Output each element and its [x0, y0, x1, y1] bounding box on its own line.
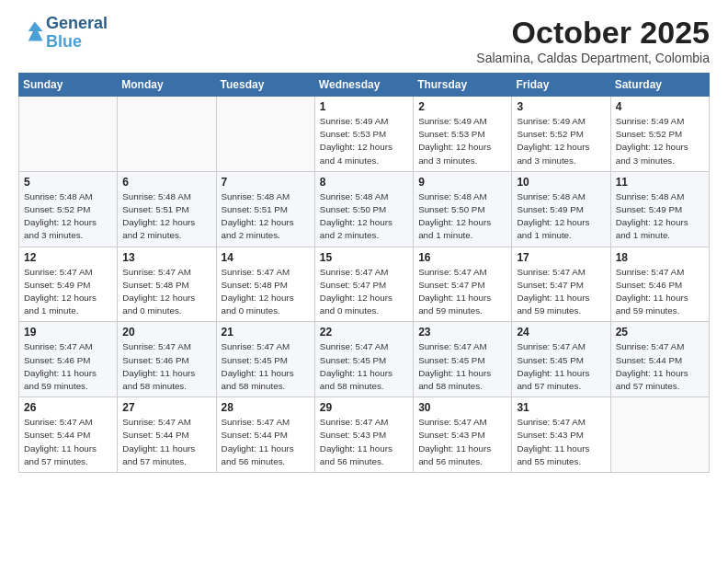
day-cell: [19, 97, 118, 172]
day-info: Sunrise: 5:47 AMSunset: 5:45 PMDaylight:…: [517, 340, 605, 393]
day-cell: 4Sunrise: 5:49 AMSunset: 5:52 PMDaylight…: [610, 97, 709, 172]
day-number: 30: [418, 401, 506, 414]
title-block: October 2025 Salamina, Caldas Department…: [476, 15, 710, 65]
day-cell: [216, 97, 314, 172]
logo-general: General: [46, 15, 108, 33]
weekday-row: Sunday Monday Tuesday Wednesday Thursday…: [19, 74, 710, 97]
day-number: 21: [222, 326, 310, 339]
day-info: Sunrise: 5:47 AMSunset: 5:48 PMDaylight:…: [122, 266, 210, 318]
day-info: Sunrise: 5:47 AMSunset: 5:46 PMDaylight:…: [122, 340, 210, 393]
day-number: 17: [517, 251, 605, 264]
day-number: 4: [616, 100, 704, 113]
day-cell: 3Sunrise: 5:49 AMSunset: 5:52 PMDaylight…: [512, 97, 610, 172]
day-number: 7: [222, 176, 310, 189]
day-number: 1: [320, 100, 408, 113]
day-number: 24: [517, 326, 605, 339]
day-info: Sunrise: 5:47 AMSunset: 5:47 PMDaylight:…: [517, 266, 605, 318]
col-tuesday: Tuesday: [216, 74, 314, 97]
day-number: 6: [122, 176, 210, 189]
day-cell: 7Sunrise: 5:48 AMSunset: 5:51 PMDaylight…: [216, 171, 314, 247]
day-number: 9: [418, 176, 506, 189]
col-thursday: Thursday: [414, 74, 512, 97]
svg-marker-0: [28, 21, 43, 40]
day-cell: 11Sunrise: 5:48 AMSunset: 5:49 PMDayligh…: [610, 171, 709, 247]
day-info: Sunrise: 5:48 AMSunset: 5:50 PMDaylight:…: [418, 190, 506, 243]
day-info: Sunrise: 5:47 AMSunset: 5:45 PMDaylight:…: [418, 340, 506, 393]
day-cell: 14Sunrise: 5:47 AMSunset: 5:48 PMDayligh…: [216, 247, 314, 322]
day-cell: 30Sunrise: 5:47 AMSunset: 5:43 PMDayligh…: [414, 397, 512, 473]
col-wednesday: Wednesday: [314, 74, 413, 97]
day-number: 10: [517, 176, 605, 189]
day-cell: 24Sunrise: 5:47 AMSunset: 5:45 PMDayligh…: [512, 322, 610, 397]
day-cell: 12Sunrise: 5:47 AMSunset: 5:49 PMDayligh…: [19, 247, 118, 322]
day-info: Sunrise: 5:47 AMSunset: 5:48 PMDaylight:…: [222, 266, 310, 318]
day-number: 12: [24, 251, 112, 264]
day-info: Sunrise: 5:47 AMSunset: 5:46 PMDaylight:…: [24, 340, 112, 393]
day-number: 19: [24, 326, 112, 339]
day-cell: 20Sunrise: 5:47 AMSunset: 5:46 PMDayligh…: [118, 322, 216, 397]
calendar: Sunday Monday Tuesday Wednesday Thursday…: [18, 73, 710, 473]
day-cell: 6Sunrise: 5:48 AMSunset: 5:51 PMDaylight…: [118, 171, 216, 247]
day-cell: 1Sunrise: 5:49 AMSunset: 5:53 PMDaylight…: [314, 97, 413, 172]
day-cell: 2Sunrise: 5:49 AMSunset: 5:53 PMDaylight…: [414, 97, 512, 172]
day-number: 18: [616, 251, 704, 264]
day-cell: 26Sunrise: 5:47 AMSunset: 5:44 PMDayligh…: [19, 397, 118, 473]
day-cell: 31Sunrise: 5:47 AMSunset: 5:43 PMDayligh…: [512, 397, 610, 473]
day-number: 27: [122, 401, 210, 414]
day-info: Sunrise: 5:49 AMSunset: 5:52 PMDaylight:…: [616, 115, 704, 167]
day-number: 14: [222, 251, 310, 264]
calendar-body: 1Sunrise: 5:49 AMSunset: 5:53 PMDaylight…: [19, 97, 710, 473]
day-cell: 10Sunrise: 5:48 AMSunset: 5:49 PMDayligh…: [512, 171, 610, 247]
calendar-header: Sunday Monday Tuesday Wednesday Thursday…: [19, 74, 710, 97]
day-cell: 28Sunrise: 5:47 AMSunset: 5:44 PMDayligh…: [216, 397, 314, 473]
day-number: 16: [418, 251, 506, 264]
month-title: October 2025: [476, 15, 710, 51]
day-cell: 22Sunrise: 5:47 AMSunset: 5:45 PMDayligh…: [314, 322, 413, 397]
day-number: 28: [222, 401, 310, 414]
day-info: Sunrise: 5:47 AMSunset: 5:46 PMDaylight:…: [616, 266, 704, 318]
logo-blue: Blue: [46, 33, 108, 52]
day-info: Sunrise: 5:47 AMSunset: 5:43 PMDaylight:…: [517, 416, 605, 468]
day-info: Sunrise: 5:47 AMSunset: 5:45 PMDaylight:…: [222, 340, 310, 393]
day-cell: 19Sunrise: 5:47 AMSunset: 5:46 PMDayligh…: [19, 322, 118, 397]
day-info: Sunrise: 5:47 AMSunset: 5:44 PMDaylight:…: [24, 416, 112, 468]
day-number: 2: [418, 100, 506, 113]
day-info: Sunrise: 5:48 AMSunset: 5:49 PMDaylight:…: [616, 190, 704, 243]
day-number: 25: [616, 326, 704, 339]
day-info: Sunrise: 5:49 AMSunset: 5:53 PMDaylight:…: [320, 115, 408, 167]
day-info: Sunrise: 5:48 AMSunset: 5:51 PMDaylight:…: [122, 190, 210, 243]
day-info: Sunrise: 5:48 AMSunset: 5:52 PMDaylight:…: [24, 190, 112, 243]
day-info: Sunrise: 5:49 AMSunset: 5:53 PMDaylight:…: [418, 115, 506, 167]
page: General Blue October 2025 Salamina, Cald…: [0, 0, 728, 482]
day-number: 20: [122, 326, 210, 339]
day-info: Sunrise: 5:47 AMSunset: 5:45 PMDaylight:…: [320, 340, 408, 393]
week-row-1: 5Sunrise: 5:48 AMSunset: 5:52 PMDaylight…: [19, 171, 710, 247]
col-sunday: Sunday: [19, 74, 118, 97]
week-row-3: 19Sunrise: 5:47 AMSunset: 5:46 PMDayligh…: [19, 322, 710, 397]
day-cell: 25Sunrise: 5:47 AMSunset: 5:44 PMDayligh…: [610, 322, 709, 397]
logo: General Blue: [18, 15, 108, 52]
day-cell: [118, 97, 216, 172]
day-number: 31: [517, 401, 605, 414]
day-info: Sunrise: 5:47 AMSunset: 5:47 PMDaylight:…: [418, 266, 506, 318]
day-info: Sunrise: 5:47 AMSunset: 5:44 PMDaylight:…: [222, 416, 310, 468]
day-info: Sunrise: 5:48 AMSunset: 5:51 PMDaylight:…: [222, 190, 310, 243]
day-info: Sunrise: 5:47 AMSunset: 5:47 PMDaylight:…: [320, 266, 408, 318]
day-cell: 18Sunrise: 5:47 AMSunset: 5:46 PMDayligh…: [610, 247, 709, 322]
day-cell: 13Sunrise: 5:47 AMSunset: 5:48 PMDayligh…: [118, 247, 216, 322]
day-number: 15: [320, 251, 408, 264]
day-cell: 8Sunrise: 5:48 AMSunset: 5:50 PMDaylight…: [314, 171, 413, 247]
day-number: 26: [24, 401, 112, 414]
day-info: Sunrise: 5:49 AMSunset: 5:52 PMDaylight:…: [517, 115, 605, 167]
day-info: Sunrise: 5:47 AMSunset: 5:49 PMDaylight:…: [24, 266, 112, 318]
day-number: 5: [24, 176, 112, 189]
day-info: Sunrise: 5:47 AMSunset: 5:44 PMDaylight:…: [122, 416, 210, 468]
day-info: Sunrise: 5:48 AMSunset: 5:50 PMDaylight:…: [320, 190, 408, 243]
day-cell: 9Sunrise: 5:48 AMSunset: 5:50 PMDaylight…: [414, 171, 512, 247]
day-info: Sunrise: 5:47 AMSunset: 5:43 PMDaylight:…: [320, 416, 408, 468]
week-row-0: 1Sunrise: 5:49 AMSunset: 5:53 PMDaylight…: [19, 97, 710, 172]
day-number: 29: [320, 401, 408, 414]
day-number: 3: [517, 100, 605, 113]
day-cell: 16Sunrise: 5:47 AMSunset: 5:47 PMDayligh…: [414, 247, 512, 322]
header: General Blue October 2025 Salamina, Cald…: [18, 15, 710, 65]
